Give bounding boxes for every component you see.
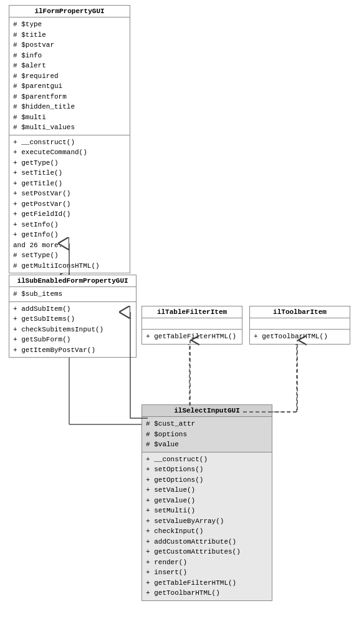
method-getToolbarHTML-select: + getToolbarHTML() — [146, 588, 268, 599]
field-info: # $info — [13, 51, 126, 61]
method-addSubItem: + addSubItem() — [13, 304, 132, 315]
method-getSubItems: + getSubItems() — [13, 314, 132, 325]
method-getTableFilterHTML-select: + getTableFilterHTML() — [146, 578, 268, 589]
field-parentgui: # $parentgui — [13, 81, 126, 92]
field-cust-attr: # $cust_attr — [146, 419, 268, 429]
class-title-ilTableFilterItem: ilTableFilterItem — [142, 306, 242, 318]
class-methods-ilFormPropertyGUI: + __construct() + executeCommand() + get… — [9, 135, 130, 273]
class-methods-ilSubEnabledFormPropertyGUI: + addSubItem() + getSubItems() + checkSu… — [9, 302, 136, 358]
diagram-container: ilFormPropertyGUI # $type # $title # $po… — [0, 0, 364, 631]
method-setType: # setType() — [13, 250, 126, 261]
method-getToolbarHTML-toolbar: + getToolbarHTML() — [254, 331, 346, 342]
class-fields-ilSubEnabledFormPropertyGUI: # $sub_items — [9, 287, 136, 302]
method-construct: + __construct() — [13, 137, 126, 148]
field-multi: # $multi — [13, 112, 126, 123]
class-ilSubEnabledFormPropertyGUI: ilSubEnabledFormPropertyGUI # $sub_items… — [9, 275, 136, 358]
field-options: # $options — [146, 429, 268, 440]
class-title-ilSubEnabledFormPropertyGUI: ilSubEnabledFormPropertyGUI — [9, 275, 136, 287]
field-title: # $title — [13, 30, 126, 41]
class-title-ilFormPropertyGUI: ilFormPropertyGUI — [9, 6, 130, 17]
class-methods-ilSelectInputGUI: + __construct() + setOptions() + getOpti… — [142, 452, 272, 600]
method-getItemByPostVar: + getItemByPostVar() — [13, 345, 132, 356]
method-construct-select: + __construct() — [146, 454, 268, 465]
field-sub-items: # $sub_items — [13, 289, 132, 300]
class-fields-ilFormPropertyGUI: # $type # $title # $postvar # $info # $a… — [9, 17, 130, 135]
method-getType: + getType() — [13, 158, 126, 169]
class-ilFormPropertyGUI: ilFormPropertyGUI # $type # $title # $po… — [9, 5, 130, 273]
method-setOptions-select: + setOptions() — [146, 464, 268, 475]
method-getMultiIconsHTML: # getMultiIconsHTML() — [13, 261, 126, 271]
method-setMulti-select: + setMulti() — [146, 506, 268, 516]
class-ilTableFilterItem: ilTableFilterItem + getTableFilterHTML() — [141, 306, 242, 345]
method-setValue-select: + setValue() — [146, 485, 268, 496]
method-checkSubitemsInput: + checkSubitemsInput() — [13, 325, 132, 335]
class-fields-ilToolbarItem — [250, 318, 350, 330]
class-title-ilToolbarItem: ilToolbarItem — [250, 306, 350, 318]
field-hidden-title: # $hidden_title — [13, 102, 126, 112]
field-parentform: # $parentform — [13, 92, 126, 102]
method-insert-select: + insert() — [146, 567, 268, 578]
field-multi-values: # $multi_values — [13, 122, 126, 133]
class-fields-ilSelectInputGUI: # $cust_attr # $options # $value — [142, 417, 272, 452]
class-methods-ilTableFilterItem: + getTableFilterHTML() — [142, 330, 242, 344]
method-getCustomAttributes-select: + getCustomAttributes() — [146, 547, 268, 557]
method-addCustomAttribute-select: + addCustomAttribute() — [146, 537, 268, 547]
class-ilSelectInputGUI: ilSelectInputGUI # $cust_attr # $options… — [141, 404, 272, 601]
class-methods-ilToolbarItem: + getToolbarHTML() — [250, 330, 350, 344]
method-getOptions-select: + getOptions() — [146, 475, 268, 486]
method-getFieldId: + getFieldId() — [13, 209, 126, 220]
method-executeCommand: + executeCommand() — [13, 147, 126, 158]
method-render-select: + render() — [146, 557, 268, 568]
method-setTitle: + setTitle() — [13, 168, 126, 179]
class-fields-ilTableFilterItem — [142, 318, 242, 330]
class-title-ilSelectInputGUI: ilSelectInputGUI — [142, 405, 272, 417]
method-setPostVar: + setPostVar() — [13, 188, 126, 199]
field-alert: # $alert — [13, 61, 126, 71]
method-getInfo: + getInfo() — [13, 230, 126, 240]
field-required: # $required — [13, 71, 126, 82]
method-checkInput-select: + checkInput() — [146, 526, 268, 537]
method-setInfo: + setInfo() — [13, 220, 126, 230]
method-getSubForm: + getSubForm() — [13, 335, 132, 345]
method-setValueByArray-select: + setValueByArray() — [146, 516, 268, 527]
method-more: and 26 more... — [13, 240, 126, 251]
method-getValue-select: + getValue() — [146, 496, 268, 506]
field-postvar: # $postvar — [13, 40, 126, 51]
field-type: # $type — [13, 19, 126, 30]
method-getTableFilterHTML-filter: + getTableFilterHTML() — [146, 331, 238, 342]
field-value: # $value — [146, 439, 268, 450]
method-getPostVar: + getPostVar() — [13, 199, 126, 210]
class-ilToolbarItem: ilToolbarItem + getToolbarHTML() — [249, 306, 350, 345]
method-getTitle: + getTitle() — [13, 179, 126, 189]
